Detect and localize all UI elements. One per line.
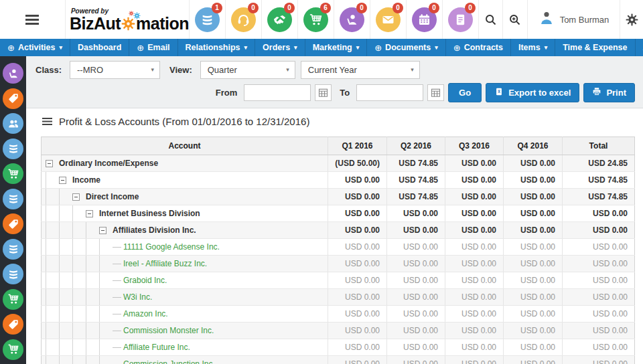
tree-line xyxy=(72,239,86,255)
records-notification-button[interactable]: 1 xyxy=(189,0,225,39)
tree-line xyxy=(46,323,59,339)
view-label: View: xyxy=(169,65,192,75)
account-label[interactable]: W3i Inc. xyxy=(123,292,152,302)
nav-item-items[interactable]: Items▾ xyxy=(511,39,555,56)
sidebar-item-leads[interactable] xyxy=(3,63,23,84)
search-icon[interactable] xyxy=(478,0,502,39)
sidebar-item-cart-3[interactable] xyxy=(3,339,23,360)
amount-cell: USD 0.00 xyxy=(563,323,635,339)
sidebar-item-deals-1[interactable] xyxy=(3,88,23,109)
nav-item-email[interactable]: ⊕Email xyxy=(129,39,177,56)
tree-tick xyxy=(113,314,121,314)
report-menu-icon[interactable] xyxy=(42,118,52,120)
account-label[interactable]: 11111 Google Adsense Inc. xyxy=(123,242,220,252)
amount-cell: USD 0.00 xyxy=(563,239,635,256)
period-select[interactable]: Current Year▾ xyxy=(301,61,420,79)
nav-item-relationships[interactable]: Relationships▾ xyxy=(178,39,256,56)
amount-cell: USD 0.00 xyxy=(387,256,445,272)
settings-gear-icon[interactable] xyxy=(620,0,643,39)
main-nav: ⊕Activities▾Dashboard⊕EmailRelationships… xyxy=(0,39,643,56)
documents-notification-button[interactable]: 0 xyxy=(442,0,478,39)
sidebar-item-contacts[interactable] xyxy=(3,113,23,134)
account-label[interactable]: Affiliate Future Inc. xyxy=(123,343,190,352)
amount-cell: USD 0.00 xyxy=(387,239,445,256)
sidebar-item-records-2[interactable] xyxy=(3,189,23,209)
amount-cell: USD 0.00 xyxy=(387,306,445,323)
print-button[interactable]: Print xyxy=(583,83,635,102)
nav-item-activities[interactable]: ⊕Activities▾ xyxy=(0,39,70,56)
leads-notification-button[interactable]: 0 xyxy=(334,0,370,39)
collapse-toggle-icon[interactable] xyxy=(59,177,66,184)
table-row: 11111 Google Adsense Inc.USD 0.00USD 0.0… xyxy=(42,239,635,256)
export-to-excel-button[interactable]: x̄ Export to excel xyxy=(486,83,579,102)
to-date-input[interactable] xyxy=(356,84,423,101)
account-label[interactable]: Ireel - Affiliate Buzz Inc. xyxy=(123,259,207,268)
opportunities-notification-button[interactable]: 0 xyxy=(261,0,297,39)
nav-item-dashboard[interactable]: Dashboard xyxy=(70,39,129,56)
nav-item-accounting[interactable]: Accounting▾ xyxy=(636,39,643,56)
tree-line xyxy=(86,256,99,272)
amount-cell: USD 0.00 xyxy=(445,155,504,172)
collapse-toggle-icon[interactable] xyxy=(99,227,106,234)
nav-item-documents[interactable]: ⊕Documents▾ xyxy=(367,39,446,56)
collapse-toggle-icon[interactable] xyxy=(86,210,93,217)
collapse-toggle-icon[interactable] xyxy=(46,160,53,167)
from-calendar-button[interactable] xyxy=(315,84,332,101)
tree-tick xyxy=(113,264,121,264)
tree-line xyxy=(46,272,59,288)
tree-line xyxy=(86,323,99,339)
amount-cell: USD 0.00 xyxy=(387,323,445,339)
collapse-toggle-icon[interactable] xyxy=(72,193,80,201)
amount-cell: USD 0.00 xyxy=(504,339,563,356)
orders-notification-button[interactable]: 6 xyxy=(297,0,334,39)
chevron-down-icon: ▾ xyxy=(411,62,414,78)
sidebar-item-records-3[interactable] xyxy=(3,239,23,260)
tree-line xyxy=(46,222,59,238)
support-notification-button[interactable]: 0 xyxy=(225,0,261,39)
account-label[interactable]: Commission Monster Inc. xyxy=(123,326,214,335)
nav-item-contracts[interactable]: ⊕Contracts xyxy=(446,39,511,56)
sidebar-item-records-1[interactable] xyxy=(3,139,23,159)
tree-line xyxy=(99,356,113,364)
tree-tick xyxy=(113,280,121,281)
account-label[interactable]: Graboid Inc. xyxy=(123,276,167,285)
amount-cell: USD 0.00 xyxy=(387,356,445,364)
logo-gear-icon xyxy=(121,17,135,31)
calendar-notification-button[interactable]: 0 xyxy=(406,0,442,39)
amount-cell: USD 0.00 xyxy=(563,256,635,272)
table-row: Amazon Inc.USD 0.00USD 0.00USD 0.00USD 0… xyxy=(42,306,635,323)
go-button[interactable]: Go xyxy=(448,83,482,102)
class-select[interactable]: --MRO▾ xyxy=(70,61,160,79)
hamburger-menu-icon[interactable] xyxy=(0,0,65,39)
tree-line xyxy=(46,306,59,322)
amount-cell: USD 0.00 xyxy=(328,339,387,356)
email-notification-button[interactable]: 0 xyxy=(370,0,406,39)
nav-item-orders[interactable]: Orders▾ xyxy=(255,39,305,56)
content-area: Class: --MRO▾ View: Quarter▾ Current Yea… xyxy=(26,56,643,364)
account-label[interactable]: Commission Junction Inc. xyxy=(123,359,215,364)
nav-item-marketing[interactable]: Marketing▾ xyxy=(305,39,368,56)
chevron-down-icon: ▾ xyxy=(294,44,297,51)
amount-cell: USD 0.00 xyxy=(563,222,635,239)
account-label[interactable]: Amazon Inc. xyxy=(123,309,168,318)
nav-item-time-expense[interactable]: Time & Expense xyxy=(555,39,635,56)
tree-line xyxy=(99,239,113,255)
amount-cell: USD 0.00 xyxy=(563,289,635,306)
advanced-search-icon[interactable] xyxy=(502,0,526,39)
sidebar-item-deals-3[interactable] xyxy=(3,314,23,335)
tree-line xyxy=(59,306,72,322)
amount-cell: USD 0.00 xyxy=(445,189,504,205)
table-row: Direct IncomeUSD 0.00USD 74.85USD 0.00US… xyxy=(42,189,635,205)
sidebar-item-cart-1[interactable] xyxy=(3,163,23,184)
from-date-input[interactable] xyxy=(244,84,311,101)
user-menu[interactable]: Tom Burman xyxy=(527,0,620,39)
amount-cell: USD 0.00 xyxy=(328,306,387,323)
to-calendar-button[interactable] xyxy=(427,84,444,101)
tree-line xyxy=(46,189,59,205)
sidebar-item-cart-2[interactable] xyxy=(3,289,23,310)
sidebar-item-deals-2[interactable] xyxy=(3,213,23,234)
table-row: Ordinary Income/Expense(USD 50.00)USD 74… xyxy=(42,155,635,172)
column-header-account: Account xyxy=(42,137,328,155)
sidebar-item-records-4[interactable] xyxy=(3,264,23,284)
view-select[interactable]: Quarter▾ xyxy=(200,61,295,79)
